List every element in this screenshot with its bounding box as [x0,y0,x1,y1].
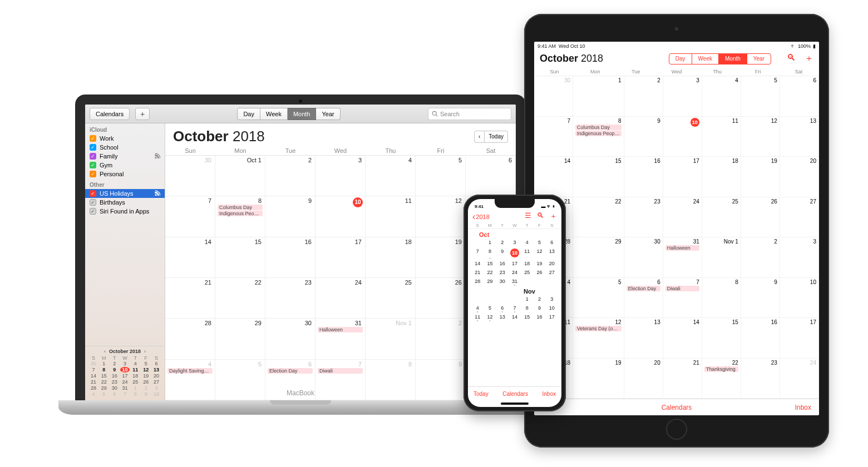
mini-day[interactable]: 3 [120,361,130,366]
calendar-day[interactable]: 31Halloween [315,319,366,359]
view-tab-day[interactable]: Day [669,54,692,64]
calendar-day[interactable]: 28 [165,319,215,359]
calendar-day[interactable]: 31Halloween [663,237,702,278]
calendar-day[interactable]: 10 [509,247,521,259]
event-pill[interactable]: Diwali [665,286,699,291]
calendar-day[interactable]: 15 [573,157,624,197]
calendar-day[interactable]: 9 [265,196,315,237]
calendar-day[interactable]: 20 [546,259,558,268]
calendar-day[interactable]: 27 [546,268,558,277]
event-pill[interactable]: Diwali [318,368,363,374]
calendar-day[interactable]: 5 [484,304,496,312]
event-pill[interactable]: Indigenous Peo… [218,211,263,216]
calendar-day[interactable]: 9 [496,247,509,259]
calendar-day[interactable]: 23 [624,197,663,238]
calendar-day[interactable]: 3 [509,238,521,247]
calendar-day[interactable]: 5 [741,76,780,117]
calendar-day[interactable] [471,238,484,247]
sidebar-item-family[interactable]: ✓Family [85,152,165,161]
calendar-day[interactable]: 30 [534,76,573,117]
calendar-day[interactable]: 14 [509,312,521,321]
calendar-day[interactable]: 29 [215,319,265,359]
mini-day[interactable]: 9 [141,391,151,397]
calendar-day[interactable]: 13 [546,247,558,259]
calendar-day[interactable]: 28 [471,277,484,286]
calendar-day[interactable]: 14 [663,318,702,359]
event-pill[interactable]: Election Day [627,286,660,291]
calendar-day[interactable]: 17 [546,312,558,321]
calendar-checkbox[interactable]: ✓ [90,162,96,168]
calendar-day[interactable]: 19 [573,359,624,399]
calendar-day[interactable]: 24 [780,359,819,399]
calendar-day[interactable]: 5 [573,278,624,319]
calendar-day[interactable]: 8Columbus DayIndigenous Peop… [573,117,624,157]
calendar-day[interactable]: 4 [702,76,741,117]
calendar-day[interactable]: 12 [416,196,466,237]
today-button[interactable]: Today [485,131,508,143]
mini-day[interactable]: 1 [130,385,140,391]
calendar-day[interactable]: 8 [484,247,496,259]
calendar-day[interactable]: 1 [521,295,533,304]
calendar-day[interactable]: 18 [366,237,416,278]
calendar-day[interactable]: 16 [741,318,780,359]
calendar-day[interactable]: 2 [624,76,663,117]
calendar-day[interactable]: 2 [741,237,780,278]
calendar-day[interactable]: 4 [471,304,484,312]
calendar-day[interactable] [496,295,509,304]
mini-day[interactable]: 3 [151,385,161,391]
calendar-day[interactable] [471,295,484,304]
calendars-link[interactable]: Calendars [662,404,692,411]
search-icon[interactable]: 🔍︎ [537,211,544,221]
mini-day[interactable]: 11 [130,367,140,372]
calendar-day[interactable]: 16 [265,237,315,278]
calendar-day[interactable]: 22 [573,197,624,238]
add-event-button[interactable]: ＋ [550,211,557,221]
calendar-day[interactable] [509,295,521,304]
calendar-day[interactable]: 4Daylight Saving… [165,360,215,400]
mini-day[interactable]: 28 [88,385,98,391]
calendar-day[interactable]: 15 [215,237,265,278]
mini-day[interactable]: 4 [88,391,98,397]
mini-cal-next[interactable]: › [144,349,146,354]
calendar-day[interactable]: 2 [416,319,466,359]
calendar-day[interactable]: Nov 1 [702,237,741,278]
calendar-day[interactable]: 3 [663,76,702,117]
event-pill[interactable]: Columbus Day [575,125,622,130]
mini-day[interactable]: 1 [99,361,109,366]
calendar-day[interactable]: 15 [521,312,533,321]
today-link[interactable]: Today [474,391,489,397]
calendar-day[interactable]: 25 [702,197,741,238]
back-button[interactable]: 2018 [472,211,490,221]
calendar-checkbox[interactable]: ✓ [90,171,96,177]
calendar-day[interactable]: 29 [484,277,496,286]
calendar-day[interactable]: 16 [533,312,545,321]
mini-day[interactable]: 2 [110,361,120,366]
event-pill[interactable]: Indigenous Peop… [575,131,622,136]
view-tab-month[interactable]: Month [288,108,317,120]
calendar-day[interactable]: 19 [533,259,545,268]
search-input[interactable]: Search [428,108,511,120]
sidebar-item-siri-found-in-apps[interactable]: ✓Siri Found in Apps [85,207,165,216]
calendar-day[interactable]: 24 [509,268,521,277]
calendar-day[interactable]: 19 [741,157,780,197]
calendar-day[interactable]: Nov 1 [366,319,416,359]
calendar-day[interactable]: 3 [315,156,366,196]
calendar-day[interactable]: 13 [780,117,819,157]
calendar-day[interactable]: 9 [741,278,780,319]
calendar-day[interactable]: 17 [663,157,702,197]
view-tab-year[interactable]: Year [747,54,771,64]
calendar-day[interactable]: 10 [315,196,366,237]
calendar-checkbox[interactable]: ✓ [90,199,96,206]
calendar-day[interactable]: 9 [624,117,663,157]
calendar-day[interactable]: 24 [315,278,366,319]
calendar-day[interactable]: 2 [496,238,509,247]
calendar-day[interactable] [521,277,533,286]
view-tab-week[interactable]: Week [692,54,719,64]
calendar-day[interactable]: 6 [780,76,819,117]
inbox-link[interactable]: Inbox [795,404,811,411]
calendar-day[interactable]: 21 [663,359,702,399]
calendar-day[interactable]: 8 [521,304,533,312]
inbox-link[interactable]: Inbox [542,391,556,397]
mini-day[interactable]: 9 [110,367,120,372]
mini-day[interactable]: 23 [110,379,120,385]
